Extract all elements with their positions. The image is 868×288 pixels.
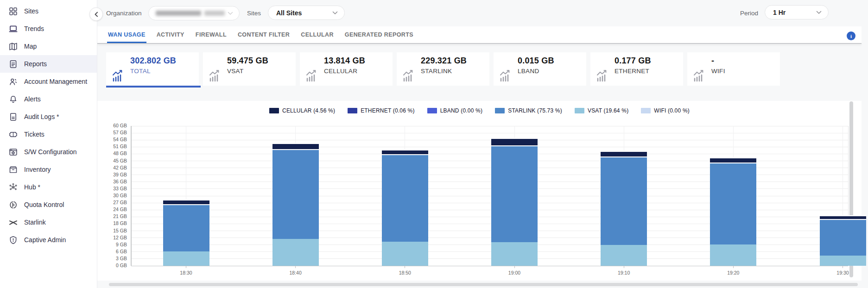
tab-content-filter[interactable]: CONTENT FILTER xyxy=(238,26,290,43)
stat-value: 229.321 GB xyxy=(421,56,467,66)
y-axis-tick-label: 9 GB xyxy=(97,242,127,247)
document-icon xyxy=(8,112,18,122)
info-icon[interactable]: i xyxy=(847,31,855,40)
x-axis-tick-label: 19:00 xyxy=(494,270,535,275)
x-axis-tick xyxy=(295,266,296,268)
sidebar-item-tickets[interactable]: Tickets xyxy=(0,125,97,143)
stat-card-vsat[interactable]: 59.475 GBVSAT xyxy=(203,52,296,86)
x-axis-tick-label: 19:20 xyxy=(712,270,754,275)
sidebar-item-audit-logs[interactable]: Audit Logs * xyxy=(0,108,97,125)
gridline xyxy=(131,140,848,140)
tab-generated-reports[interactable]: GENERATED REPORTS xyxy=(345,26,413,43)
legend-item-wifi[interactable]: WIFI (0.00 %) xyxy=(641,107,690,114)
y-axis-tick-label: 0 GB xyxy=(97,263,127,268)
stat-card-total[interactable]: 302.802 GBTOTAL xyxy=(106,52,199,86)
sidebar-item-label: Captive Admin xyxy=(24,236,66,244)
bar-segment-starlink-1850 xyxy=(382,154,428,242)
stat-card-lband[interactable]: 0.015 GBLBAND xyxy=(494,52,586,86)
sidebar-item-account-management[interactable]: Account Management xyxy=(0,73,97,90)
x-axis-tick xyxy=(405,266,405,268)
sidebar-item-label: Sites xyxy=(24,7,38,15)
bar-segment-cellular-1930 xyxy=(820,215,866,219)
gridline xyxy=(131,147,848,147)
x-axis-tick-label: 19:10 xyxy=(603,270,645,275)
chevron-down-icon xyxy=(332,11,338,15)
gridline xyxy=(131,154,848,154)
period-select[interactable]: 1 Hr xyxy=(765,5,829,19)
stat-label: CELLULAR xyxy=(324,68,357,75)
tab-firewall[interactable]: FIREWALL xyxy=(196,26,227,43)
stat-card-cellular[interactable]: 13.814 GBCELLULAR xyxy=(300,52,393,86)
map-icon xyxy=(8,41,18,51)
stat-label: TOTAL xyxy=(130,68,151,75)
stat-label: LBAND xyxy=(518,68,539,75)
sidebar-item-sites[interactable]: Sites xyxy=(0,2,97,20)
sidebar-item-label: Trends xyxy=(24,25,44,32)
legend-swatch xyxy=(269,108,279,113)
mini-chart-icon xyxy=(111,69,125,81)
mini-chart-icon xyxy=(499,69,513,81)
stat-card-wifi[interactable]: -WIFI xyxy=(687,52,780,86)
tab-wan-usage[interactable]: WAN USAGE xyxy=(108,26,146,43)
bar-segment-vsat-1840 xyxy=(272,239,319,266)
sidebar-item-quota-kontrol[interactable]: Quota Kontrol xyxy=(0,196,97,213)
tabs-divider xyxy=(97,43,862,44)
y-axis-tick-label: 6 GB xyxy=(97,249,127,254)
wan-usage-chart: CELLULAR (4.56 %)ETHERNET (0.06 %)LBAND … xyxy=(97,101,862,281)
stat-label: ETHERNET xyxy=(615,68,649,75)
window-gear-icon xyxy=(8,147,18,157)
bar-segment-starlink-1910 xyxy=(601,157,647,245)
y-axis-tick-label: 15 GB xyxy=(97,228,127,233)
x-axis-tick xyxy=(186,266,186,268)
y-axis-tick-label: 3 GB xyxy=(97,256,127,261)
sidebar-item-starlink[interactable]: Starlink xyxy=(0,213,97,231)
sidebar-item-trends[interactable]: Trends xyxy=(0,20,97,38)
bar-segment-starlink-1840 xyxy=(272,149,319,239)
organization-select[interactable] xyxy=(148,6,240,20)
sites-select[interactable]: All Sites xyxy=(268,6,345,20)
tab-cellular[interactable]: CELLULAR xyxy=(301,26,334,43)
x-axis-tick-label: 18:40 xyxy=(275,270,317,275)
back-button[interactable] xyxy=(89,7,103,21)
tab-activity[interactable]: ACTIVITY xyxy=(157,26,184,43)
stat-value: 302.802 GB xyxy=(130,56,176,66)
legend-item-cellular[interactable]: CELLULAR (4.56 %) xyxy=(269,107,335,114)
stat-card-starlink[interactable]: 229.321 GBSTARLINK xyxy=(397,52,489,86)
sidebar-item-label: S/W Configuration xyxy=(24,148,77,156)
chevron-down-icon xyxy=(228,12,233,15)
legend-item-starlink[interactable]: STARLINK (75.73 %) xyxy=(495,107,562,114)
legend-item-ethernet[interactable]: ETHERNET (0.06 %) xyxy=(348,107,415,114)
organization-value-redacted xyxy=(156,11,225,16)
legend-item-lband[interactable]: LBAND (0.00 %) xyxy=(427,107,483,114)
horizontal-scrollbar[interactable] xyxy=(109,283,858,286)
stat-value: 0.177 GB xyxy=(615,56,651,66)
quota-icon xyxy=(8,200,18,210)
laptop-icon xyxy=(8,24,18,34)
legend-item-vsat[interactable]: VSAT (19.64 %) xyxy=(575,107,628,114)
box-icon xyxy=(8,164,18,175)
y-axis-tick-label: 54 GB xyxy=(97,137,127,142)
sidebar-item-captive-admin[interactable]: Captive Admin xyxy=(0,231,97,249)
y-axis-tick-label: 21 GB xyxy=(97,213,127,219)
sidebar-item-label: Alerts xyxy=(24,95,41,103)
stat-card-ethernet[interactable]: 0.177 GBETHERNET xyxy=(590,52,683,86)
sidebar-item-alerts[interactable]: Alerts xyxy=(0,90,97,108)
sidebar-item-sw-configuration[interactable]: S/W Configuration xyxy=(0,143,97,161)
sidebar: SitesTrendsMapReportsAccount ManagementA… xyxy=(0,0,97,288)
sidebar-item-inventory[interactable]: Inventory xyxy=(0,161,97,178)
y-axis-tick-label: 27 GB xyxy=(97,200,127,205)
sidebar-item-hub[interactable]: Hub * xyxy=(0,178,97,196)
page: SitesTrendsMapReportsAccount ManagementA… xyxy=(0,0,868,288)
legend-swatch xyxy=(427,108,437,113)
mini-chart-icon xyxy=(208,69,222,81)
sidebar-item-reports[interactable]: Reports xyxy=(0,55,97,73)
sidebar-item-map[interactable]: Map xyxy=(0,38,97,55)
legend-swatch xyxy=(495,108,505,113)
bar-segment-cellular-1840 xyxy=(272,143,319,149)
x-axis-tick xyxy=(843,266,843,268)
active-card-underline xyxy=(106,86,201,88)
sidebar-item-label: Inventory xyxy=(24,166,51,173)
y-axis-tick-label: 60 GB xyxy=(97,123,127,128)
legend-swatch xyxy=(575,108,584,113)
bar-segment-starlink-1920 xyxy=(710,163,756,244)
